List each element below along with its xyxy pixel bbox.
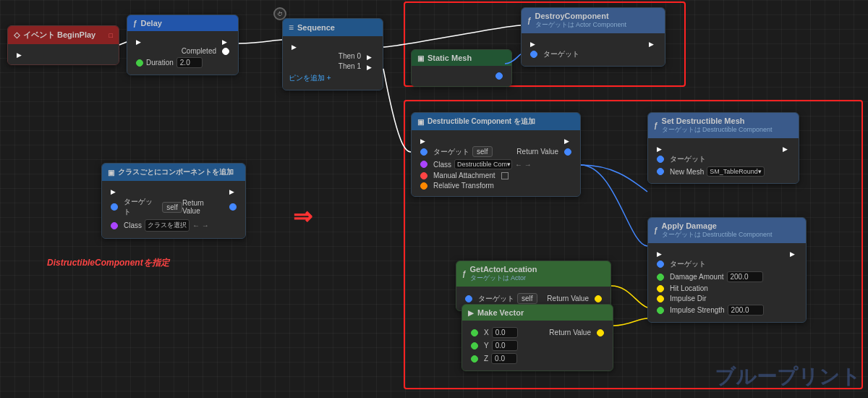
set-mesh-target-label: ターゲット <box>670 154 706 164</box>
sequence-then1-label: Then 1 <box>339 62 361 70</box>
apply-damage-pin <box>657 274 664 281</box>
make-vec-header: ▶ Make Vector <box>462 305 613 321</box>
apply-impulse-dir-pin <box>657 295 664 302</box>
delay-label: Delay <box>141 19 162 27</box>
apply-subtitle: ターゲットは Destructible Component <box>662 230 773 240</box>
apply-hit-pin <box>657 285 664 292</box>
get-loc-return-group: Return Value <box>547 295 605 302</box>
get-loc-target-pin <box>465 295 472 302</box>
set-mesh-target-pin <box>657 156 664 163</box>
class-target-pin <box>111 203 118 211</box>
delay-header: ƒ Delay <box>127 15 238 31</box>
sequence-then0-label: Then 0 <box>339 52 361 60</box>
make-vec-y-input[interactable] <box>492 340 518 351</box>
apply-hit-label: Hit Location <box>670 284 708 292</box>
destruct-return-label: Return Value <box>516 148 558 156</box>
set-mesh-dropdown[interactable]: SM_TableRound▾ <box>707 166 765 177</box>
apply-title-group: Apply Damage ターゲットは Destructible Compone… <box>662 221 773 240</box>
destroy-target-row: ターゲット <box>527 49 659 59</box>
sequence-body: Then 0 Then 1 ピンを追加 + <box>283 36 383 90</box>
static-mesh-icon: ▣ <box>417 54 424 62</box>
destruct-arrows: ← → <box>515 161 532 169</box>
set-mesh-newmesh-row: New Mesh SM_TableRound▾ <box>654 166 793 177</box>
set-mesh-newmesh-label: New Mesh <box>670 168 704 176</box>
destruct-class-label: Class <box>433 161 451 169</box>
destruct-class-row: Class Destructible Com▾ ← → <box>417 159 574 169</box>
delay-exec-row <box>133 38 232 45</box>
sequence-header: ≡ Sequence <box>283 19 383 36</box>
set-destructible-mesh-node: ƒ Set Destructible Mesh ターゲットは Destructi… <box>647 112 799 184</box>
class-return-pin <box>229 203 237 211</box>
apply-func-icon: ƒ <box>654 226 658 234</box>
delay-duration-pin <box>136 59 143 67</box>
destruct-exec-out <box>564 137 571 144</box>
set-mesh-newmesh-pin <box>657 168 664 175</box>
destroy-subtitle: ターゲットは Actor Component <box>535 20 627 30</box>
class-exec-in <box>111 187 118 195</box>
destruct-add-header: ▣ Destructible Component を追加 <box>412 113 580 130</box>
sequence-then0-pin <box>367 53 374 60</box>
apply-header: ƒ Apply Damage ターゲットは Destructible Compo… <box>648 218 806 243</box>
sequence-node: ≡ Sequence Then 0 Then 1 ピンを追加 + <box>282 18 383 90</box>
set-mesh-label: Set Destructible Mesh <box>662 117 773 125</box>
make-vec-z-input[interactable] <box>491 353 517 364</box>
make-vec-return-group: Return Value <box>549 329 607 336</box>
destroy-header: ƒ DestroyComponent ターゲットは Actor Componen… <box>522 8 665 33</box>
destruct-target-value: self <box>472 146 493 157</box>
make-vec-body: X Return Value Y Z <box>462 321 613 371</box>
set-mesh-exec-in <box>657 145 664 152</box>
apply-impulse-str-input[interactable] <box>728 305 764 316</box>
class-class-pin <box>111 222 118 229</box>
destructible-add-node: ▣ Destructible Component を追加 ターゲット self … <box>411 112 581 197</box>
class-return-group: Return Value <box>182 199 239 215</box>
apply-impulse-str-label: Impulse Strength <box>670 306 725 314</box>
set-mesh-target-row: ターゲット <box>654 154 793 164</box>
make-vec-y-label: Y <box>484 342 489 350</box>
delay-completed-pin <box>222 48 229 55</box>
destruct-class-dropdown[interactable]: Destructible Com▾ <box>454 159 512 169</box>
destroy-exec-in <box>530 40 537 47</box>
class-target-label: ターゲット <box>124 197 159 217</box>
make-vec-x-label: X <box>484 329 489 336</box>
make-vec-top-row: X Return Value <box>468 327 607 338</box>
sequence-label: Sequence <box>297 23 335 32</box>
apply-label: Apply Damage <box>662 221 773 230</box>
class-class-label: Class <box>124 221 142 229</box>
apply-damage-input[interactable] <box>727 271 763 282</box>
get-loc-title-group: GetActorLocation ターゲットは Actor <box>470 265 537 283</box>
apply-damage-row: Damage Amount <box>654 271 800 282</box>
make-vec-z-label: Z <box>484 355 488 363</box>
class-arrows: ← → <box>192 221 209 229</box>
set-mesh-body: ターゲット New Mesh SM_TableRound▾ <box>648 138 799 183</box>
set-mesh-title-group: Set Destructible Mesh ターゲットは Destructibl… <box>662 117 773 135</box>
sequence-add-pin-button[interactable]: ピンを追加 + <box>289 73 331 83</box>
destroy-func-icon: ƒ <box>527 17 532 25</box>
destruct-add-label: Destructible Component を追加 <box>427 117 535 127</box>
destroy-exec-out <box>649 40 656 47</box>
event-indicator: □ <box>109 32 113 39</box>
destroy-target-pin <box>530 51 537 58</box>
event-begin-play-node: ◇ イベント BeginPlay □ <box>7 25 119 65</box>
destruct-manual-checkbox[interactable] <box>501 172 509 179</box>
sequence-addpin-row[interactable]: ピンを追加 + <box>289 73 377 83</box>
make-vec-x-input[interactable] <box>492 327 518 338</box>
sequence-exec-row <box>289 43 377 50</box>
apply-hit-row: Hit Location <box>654 284 800 292</box>
delay-duration-input[interactable] <box>176 57 203 68</box>
class-class-dropdown[interactable]: クラスを選択 <box>145 219 190 232</box>
make-vector-node: ▶ Make Vector X Return Value Y Z <box>461 304 613 371</box>
delay-duration-row: Duration <box>133 57 232 68</box>
get-loc-return-pin <box>595 295 602 302</box>
destroy-component-node: ƒ DestroyComponent ターゲットは Actor Componen… <box>521 7 665 67</box>
apply-impulse-dir-row: Impulse Dir <box>654 295 800 302</box>
class-component-node: ▣ クラスごとにコンポーネントを追加 ターゲット self Return Val… <box>101 163 246 239</box>
class-exec-row <box>108 187 239 195</box>
set-mesh-func-icon: ƒ <box>654 122 658 130</box>
destruct-target-group: ターゲット self <box>417 146 493 157</box>
destruct-return-group: Return Value <box>516 148 574 156</box>
destruct-exec-row <box>417 137 574 144</box>
static-mesh-node: ▣ Static Mesh <box>411 49 512 87</box>
make-vec-x-pin <box>471 329 478 336</box>
sequence-icon: ≡ <box>289 22 294 33</box>
static-mesh-out-pin <box>495 72 503 80</box>
